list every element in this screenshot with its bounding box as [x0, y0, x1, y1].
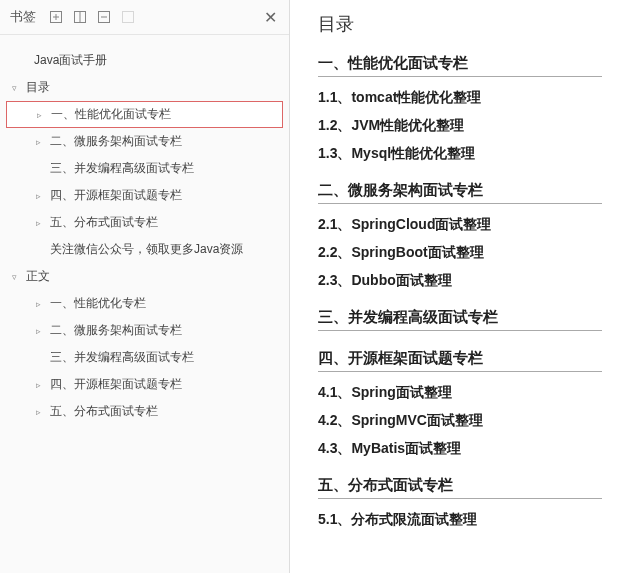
tree-item[interactable]: 三、并发编程高级面试专栏: [6, 155, 283, 182]
sub-heading: 2.1、SpringCloud面试整理: [318, 216, 602, 234]
tree-item-label: 关注微信公众号，领取更多Java资源: [50, 241, 243, 258]
tree-item[interactable]: ▹五、分布式面试专栏: [6, 398, 283, 425]
tree-item-label: 四、开源框架面试题专栏: [50, 376, 182, 393]
section-heading: 一、性能优化面试专栏: [318, 54, 602, 77]
tree-item-label: 二、微服务架构面试专栏: [50, 322, 182, 339]
sidebar-title: 书签: [10, 8, 36, 26]
tree-item-label: 四、开源框架面试题专栏: [50, 187, 182, 204]
tree-item-label: 五、分布式面试专栏: [50, 403, 158, 420]
chevron-icon[interactable]: ▹: [36, 407, 48, 417]
tree-item[interactable]: Java面试手册: [6, 47, 283, 74]
collapse-icon[interactable]: [72, 9, 88, 25]
sub-heading: 2.2、SpringBoot面试整理: [318, 244, 602, 262]
sub-heading: 1.3、Mysql性能优化整理: [318, 145, 602, 163]
sub-heading: 1.1、tomcat性能优化整理: [318, 89, 602, 107]
sidebar-header: 书签 ✕: [0, 0, 289, 35]
sub-heading: 4.3、MyBatis面试整理: [318, 440, 602, 458]
tree-item[interactable]: ▹一、性能优化专栏: [6, 290, 283, 317]
section-heading: 二、微服务架构面试专栏: [318, 181, 602, 204]
bookmark-icon[interactable]: [96, 9, 112, 25]
tree-item-label: 一、性能优化面试专栏: [51, 106, 171, 123]
bookmarks-sidebar: 书签 ✕ Java面试手册▿目录▹一、性能优化面试专栏▹二、微服务架构面试专栏三…: [0, 0, 290, 573]
tree-item-label: 目录: [26, 79, 50, 96]
close-icon[interactable]: ✕: [261, 8, 279, 26]
tree-item-label: 三、并发编程高级面试专栏: [50, 349, 194, 366]
chevron-icon[interactable]: ▹: [36, 380, 48, 390]
chevron-icon[interactable]: ▿: [12, 272, 24, 282]
tree-item[interactable]: 三、并发编程高级面试专栏: [6, 344, 283, 371]
tree-item-label: 一、性能优化专栏: [50, 295, 146, 312]
content-title: 目录: [318, 12, 602, 36]
tree-item[interactable]: ▹一、性能优化面试专栏: [6, 101, 283, 128]
tree-item-label: 五、分布式面试专栏: [50, 214, 158, 231]
sub-heading: 4.1、Spring面试整理: [318, 384, 602, 402]
chevron-icon[interactable]: ▹: [36, 191, 48, 201]
sub-heading: 1.2、JVM性能优化整理: [318, 117, 602, 135]
chevron-icon[interactable]: ▹: [36, 299, 48, 309]
tree-item[interactable]: ▹四、开源框架面试题专栏: [6, 182, 283, 209]
tree-item[interactable]: ▹四、开源框架面试题专栏: [6, 371, 283, 398]
document-content: 目录 一、性能优化面试专栏1.1、tomcat性能优化整理1.2、JVM性能优化…: [290, 0, 620, 573]
section-heading: 四、开源框架面试题专栏: [318, 349, 602, 372]
sub-heading: 4.2、SpringMVC面试整理: [318, 412, 602, 430]
sidebar-toolbar: [48, 9, 261, 25]
tree-item[interactable]: ▹二、微服务架构面试专栏: [6, 128, 283, 155]
sub-heading: 2.3、Dubbo面试整理: [318, 272, 602, 290]
tree-item-label: 二、微服务架构面试专栏: [50, 133, 182, 150]
svg-rect-7: [123, 12, 134, 23]
tree-item-label: 正文: [26, 268, 50, 285]
chevron-icon[interactable]: ▹: [36, 218, 48, 228]
expand-icon[interactable]: [48, 9, 64, 25]
sub-heading: 5.1、分布式限流面试整理: [318, 511, 602, 529]
bookmark-tree: Java面试手册▿目录▹一、性能优化面试专栏▹二、微服务架构面试专栏三、并发编程…: [0, 35, 289, 431]
tree-item-label: Java面试手册: [34, 52, 107, 69]
tree-item[interactable]: ▹二、微服务架构面试专栏: [6, 317, 283, 344]
tree-item[interactable]: 关注微信公众号，领取更多Java资源: [6, 236, 283, 263]
chevron-icon[interactable]: ▿: [12, 83, 24, 93]
section-heading: 三、并发编程高级面试专栏: [318, 308, 602, 331]
tree-item-label: 三、并发编程高级面试专栏: [50, 160, 194, 177]
section-heading: 五、分布式面试专栏: [318, 476, 602, 499]
chevron-icon[interactable]: ▹: [37, 110, 49, 120]
tree-item[interactable]: ▿正文: [6, 263, 283, 290]
chevron-icon[interactable]: ▹: [36, 326, 48, 336]
chevron-icon[interactable]: ▹: [36, 137, 48, 147]
tree-item[interactable]: ▹五、分布式面试专栏: [6, 209, 283, 236]
tag-icon[interactable]: [120, 9, 136, 25]
tree-item[interactable]: ▿目录: [6, 74, 283, 101]
